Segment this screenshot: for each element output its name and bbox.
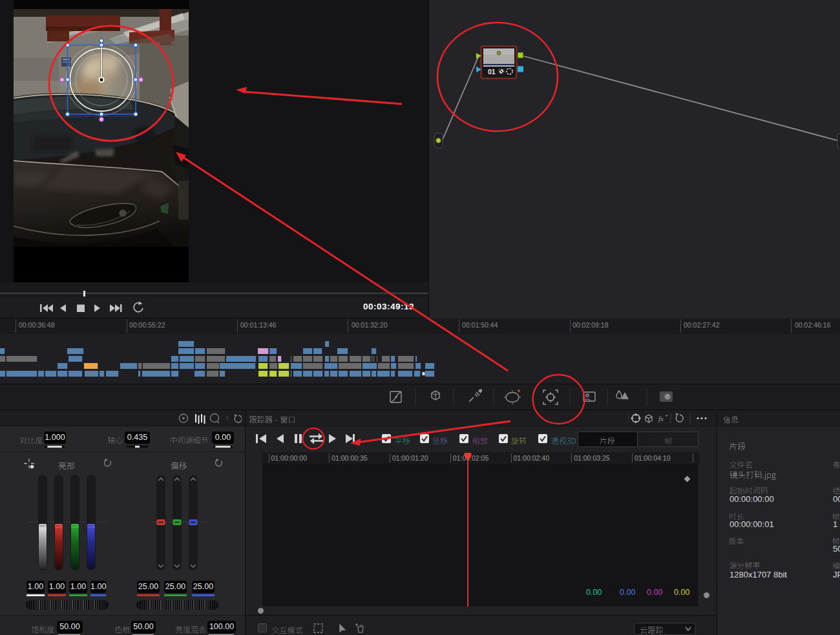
svg-text:fx: fx bbox=[658, 415, 664, 422]
svg-text:+: + bbox=[665, 413, 668, 419]
svg-text:01: 01 bbox=[488, 68, 496, 76]
